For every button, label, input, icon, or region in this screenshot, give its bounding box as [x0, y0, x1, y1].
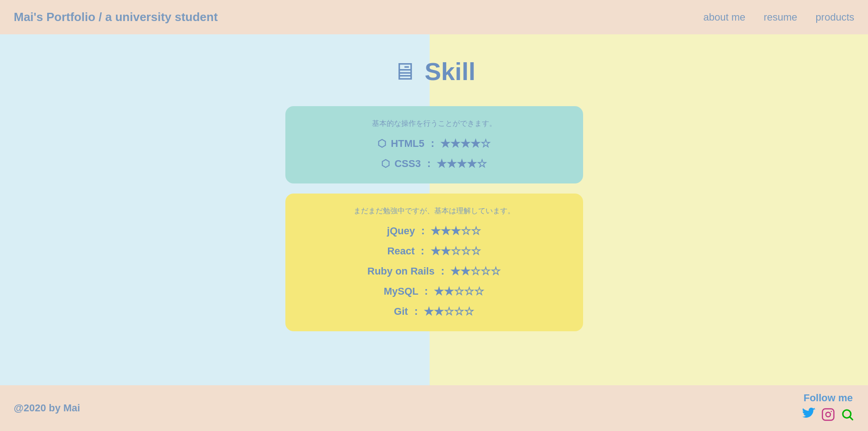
- svg-point-1: [826, 412, 830, 417]
- instagram-icon[interactable]: [821, 408, 835, 425]
- nav: about me resume products: [704, 11, 854, 23]
- nav-about[interactable]: about me: [704, 11, 746, 23]
- copyright: @2020 by Mai: [14, 402, 80, 414]
- nav-resume[interactable]: resume: [764, 11, 797, 23]
- follow-label: Follow me: [803, 392, 853, 404]
- git-skill: Git ： ★★☆☆☆: [394, 305, 474, 318]
- jquery-skill: jQuey ： ★★★☆☆: [387, 224, 481, 238]
- html5-skill: HTML5 ： ★★★★☆: [391, 137, 491, 151]
- svg-line-4: [850, 417, 852, 419]
- css3-icon: ⬡: [381, 158, 390, 170]
- site-title: Mai's Portfolio / a university student: [14, 10, 218, 24]
- svg-point-2: [831, 410, 832, 412]
- skill-card-yellow: まだまだ勉強中ですが、基本は理解しています。 jQuey ： ★★★☆☆ Rea…: [285, 194, 583, 331]
- twitter-icon[interactable]: [802, 408, 816, 425]
- svg-rect-0: [823, 409, 834, 420]
- html5-row: ⬡ HTML5 ： ★★★★☆: [304, 137, 565, 151]
- rails-skill: Ruby on Rails ： ★★☆☆☆: [367, 264, 501, 278]
- css3-row: ⬡ CSS3 ： ★★★★☆: [304, 157, 565, 171]
- rails-row: Ruby on Rails ： ★★☆☆☆: [304, 264, 565, 278]
- footer: @2020 by Mai Follow me: [0, 385, 868, 431]
- jquery-row: jQuey ： ★★★☆☆: [304, 224, 565, 238]
- mysql-skill: MySQL ： ★★☆☆☆: [384, 285, 485, 298]
- git-row: Git ： ★★☆☆☆: [304, 305, 565, 318]
- search-magnify-icon[interactable]: [841, 408, 854, 425]
- monitor-icon: 🖥: [393, 58, 416, 85]
- header: Mai's Portfolio / a university student a…: [0, 0, 868, 34]
- skill-card-blue: 基本的な操作を行うことができます。 ⬡ HTML5 ： ★★★★☆ ⬡ CSS3…: [285, 106, 583, 183]
- main-content: 🖥 Skill 基本的な操作を行うことができます。 ⬡ HTML5 ： ★★★★…: [0, 34, 868, 385]
- content-center: 🖥 Skill 基本的な操作を行うことができます。 ⬡ HTML5 ： ★★★★…: [0, 34, 868, 385]
- blue-card-subtitle: 基本的な操作を行うことができます。: [304, 119, 565, 129]
- react-row: React ： ★★☆☆☆: [304, 244, 565, 258]
- css3-skill: CSS3 ： ★★★★☆: [394, 157, 487, 171]
- nav-products[interactable]: products: [816, 11, 854, 23]
- react-skill: React ： ★★☆☆☆: [387, 244, 480, 258]
- skill-title: Skill: [425, 57, 475, 86]
- yellow-card-subtitle: まだまだ勉強中ですが、基本は理解しています。: [304, 206, 565, 216]
- social-icons: [802, 408, 854, 425]
- mysql-row: MySQL ： ★★☆☆☆: [304, 285, 565, 298]
- follow-section: Follow me: [802, 392, 854, 425]
- skill-heading: 🖥 Skill: [393, 57, 475, 86]
- html5-icon: ⬡: [377, 138, 386, 150]
